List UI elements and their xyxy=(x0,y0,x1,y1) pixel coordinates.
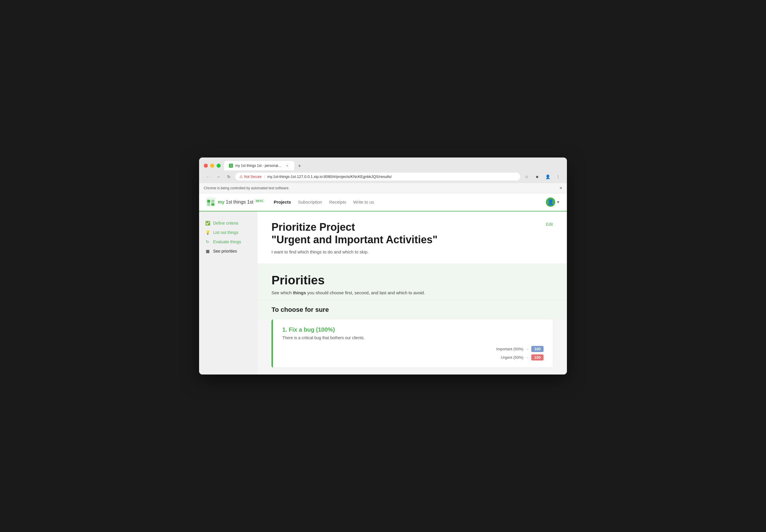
item-title: 1. Fix a bug (100%) xyxy=(282,326,543,333)
tab-title: my 1st things 1st - personal prio xyxy=(235,164,283,168)
bookmark-icon[interactable]: ☆ xyxy=(522,173,531,181)
minimize-button[interactable] xyxy=(210,164,214,168)
criteria-urgent-score: 100 xyxy=(531,354,543,361)
sidebar: ✅ Define criteria 💡 List out things ↻ Ev… xyxy=(199,211,258,375)
refresh-button[interactable]: ↻ xyxy=(225,173,233,181)
logo-icon xyxy=(206,197,216,207)
maximize-button[interactable] xyxy=(217,164,221,168)
app-logo: my 1st things 1stBETA xyxy=(206,193,265,211)
nav-links: Projects Subscription Receipts Write to … xyxy=(274,195,536,209)
svg-rect-3 xyxy=(207,203,210,206)
beta-badge: BETA xyxy=(255,199,265,203)
svg-rect-2 xyxy=(212,200,214,203)
criteria-important-label: Important (50%) xyxy=(496,347,523,351)
url-bar[interactable]: ⚠ Not Secure | my.1st-things-1st.127.0.0… xyxy=(235,173,520,181)
nav-link-subscription[interactable]: Subscription xyxy=(298,195,322,209)
browser-window: 1 my 1st things 1st - personal prio × + … xyxy=(199,157,567,375)
sidebar-item-define-criteria[interactable]: ✅ Define criteria xyxy=(204,218,253,228)
url-separator: | xyxy=(264,174,265,179)
bulb-icon: 💡 xyxy=(205,230,210,235)
check-circle-icon: ✅ xyxy=(205,221,210,225)
svg-rect-4 xyxy=(212,203,214,206)
app-body: ✅ Define criteria 💡 List out things ↻ Ev… xyxy=(199,211,567,375)
project-description: I want to find which things to do and wh… xyxy=(272,249,553,254)
url-text: my.1st-things-1st.127.0.0.1.xip.io:8080/… xyxy=(267,174,392,179)
address-bar: ← → ↻ ⚠ Not Secure | my.1st-things-1st.1… xyxy=(199,170,567,183)
nav-link-write-to-us[interactable]: Write to us xyxy=(353,195,374,209)
criteria-dash-1: – xyxy=(526,347,528,351)
tab-close-button[interactable]: × xyxy=(285,163,290,168)
logo-my: my xyxy=(218,199,225,204)
info-bar-close-button[interactable]: × xyxy=(559,185,562,191)
sidebar-label-evaluate-things: Evaluate things xyxy=(213,239,241,244)
new-tab-button[interactable]: + xyxy=(296,162,304,170)
traffic-lights xyxy=(204,164,221,168)
svg-rect-1 xyxy=(207,200,210,203)
priority-item-card: 1. Fix a bug (100%) There is a critical … xyxy=(272,319,553,367)
sidebar-item-see-priorities[interactable]: ▦ See priorities xyxy=(204,246,253,256)
nav-link-projects[interactable]: Projects xyxy=(274,195,291,209)
user-menu[interactable]: 👤 ▼ xyxy=(546,197,560,207)
not-secure-label: Not Secure xyxy=(244,175,262,179)
main-content: Prioritize Project "Urgent and Important… xyxy=(258,211,567,375)
criteria-scores: Important (50%) – 100 Urgent (50%) – 100 xyxy=(282,346,543,361)
sidebar-label-define-criteria: Define criteria xyxy=(213,221,238,225)
nav-link-receipts[interactable]: Receipts xyxy=(329,195,346,209)
chevron-down-icon: ▼ xyxy=(556,200,560,204)
project-title: Prioritize Project "Urgent and Important… xyxy=(272,221,476,246)
priorities-heading: Priorities xyxy=(272,273,553,287)
tab-favicon: 1 xyxy=(229,164,233,168)
warning-icon: ⚠ xyxy=(240,174,243,179)
logo-text: my 1st things 1stBETA xyxy=(218,199,265,205)
forward-button[interactable]: → xyxy=(214,173,223,181)
sidebar-item-list-things[interactable]: 💡 List out things xyxy=(204,228,253,237)
menu-icon[interactable]: ⋮ xyxy=(554,173,562,181)
active-tab[interactable]: 1 my 1st things 1st - personal prio × xyxy=(224,161,294,170)
priorities-subtitle: See which things you should choose first… xyxy=(272,290,553,295)
criteria-row-important: Important (50%) – 100 xyxy=(496,346,543,352)
criteria-urgent-label: Urgent (50%) xyxy=(501,355,523,360)
not-secure-indicator: ⚠ Not Secure xyxy=(240,174,262,179)
back-button[interactable]: ← xyxy=(204,173,212,181)
refresh-icon: ↻ xyxy=(205,239,210,244)
title-bar: 1 my 1st things 1st - personal prio × + xyxy=(199,157,567,170)
criteria-important-score: 100 xyxy=(531,346,543,352)
edit-link[interactable]: Edit xyxy=(546,222,553,227)
chart-icon: ▦ xyxy=(205,249,210,253)
project-header: Prioritize Project "Urgent and Important… xyxy=(258,211,567,264)
logo-rest: 1st things 1st xyxy=(225,199,254,204)
sidebar-label-list-things: List out things xyxy=(213,230,238,235)
extension-icon[interactable]: ■ xyxy=(533,173,541,181)
app-nav: my 1st things 1stBETA Projects Subscript… xyxy=(199,193,567,211)
close-button[interactable] xyxy=(204,164,208,168)
info-bar-text: Chrome is being controlled by automated … xyxy=(204,186,289,190)
priorities-section: Priorities See which things you should c… xyxy=(258,264,567,300)
sidebar-label-see-priorities: See priorities xyxy=(213,249,237,253)
criteria-dash-2: – xyxy=(526,355,528,360)
profile-icon[interactable]: 👤 xyxy=(543,173,552,181)
item-description: There is a critical bug that bothers our… xyxy=(282,335,543,340)
info-bar: Chrome is being controlled by automated … xyxy=(199,183,567,193)
criteria-row-urgent: Urgent (50%) – 100 xyxy=(501,354,543,361)
address-actions: ☆ ■ 👤 ⋮ xyxy=(522,173,562,181)
tabs-bar: 1 my 1st things 1st - personal prio × + xyxy=(224,161,562,170)
section-heading-choose: To choose for sure xyxy=(258,300,567,319)
sidebar-item-evaluate-things[interactable]: ↻ Evaluate things xyxy=(204,237,253,246)
user-avatar: 👤 xyxy=(546,197,555,207)
